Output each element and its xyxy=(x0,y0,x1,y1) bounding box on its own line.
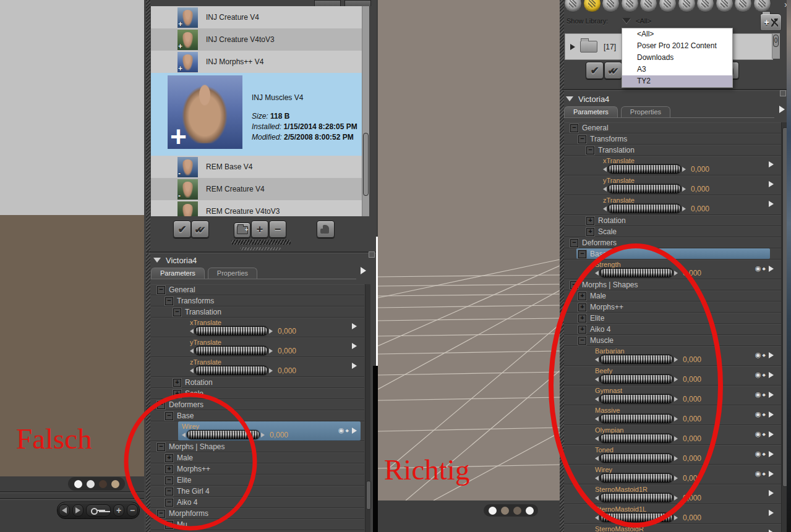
dial-value[interactable]: 0,000 xyxy=(278,327,296,336)
param-group-muscle[interactable]: −Muscle xyxy=(564,335,781,346)
key-diamond-icon[interactable]: ◆ xyxy=(763,471,766,476)
expand-arrow-icon[interactable] xyxy=(352,428,357,434)
key-diamond-icon[interactable]: ◆ xyxy=(763,392,766,397)
dial-value[interactable]: 0,000 xyxy=(683,355,701,364)
dial-value[interactable]: 0,000 xyxy=(691,165,709,174)
dial-value[interactable]: 0,000 xyxy=(683,474,701,483)
collapse-box-icon[interactable]: − xyxy=(157,510,165,518)
library-item[interactable]: - REM Creature V4toV3 xyxy=(151,200,362,216)
prev-button[interactable] xyxy=(59,504,70,517)
expand-box-icon[interactable]: + xyxy=(165,454,173,462)
panel-corner-icon[interactable] xyxy=(780,90,786,96)
param-group-transforms[interactable]: −Transforms xyxy=(564,133,781,145)
display-dot-icon[interactable] xyxy=(74,480,82,488)
collapse-box-icon[interactable]: − xyxy=(165,412,173,420)
collapse-box-icon[interactable]: − xyxy=(165,521,173,529)
library-item-selected[interactable]: + INJ Muscles V4 Size: 118 B Installed: … xyxy=(151,73,362,153)
param-group-morphforms[interactable]: −Morphforms xyxy=(151,508,364,519)
library-category-icon[interactable] xyxy=(621,0,639,12)
expand-arrow-icon[interactable] xyxy=(769,392,774,398)
remove-item-button[interactable]: − xyxy=(269,221,286,238)
dial-slider[interactable] xyxy=(600,374,673,384)
expand-arrow-icon[interactable] xyxy=(769,181,774,187)
dial-slider[interactable] xyxy=(600,454,673,463)
dial-slider[interactable] xyxy=(600,268,673,277)
collapse-box-icon[interactable]: − xyxy=(165,488,173,496)
dial-value[interactable]: 0,000 xyxy=(683,415,701,423)
collapse-box-icon[interactable]: − xyxy=(157,443,165,451)
keyframe-icon[interactable]: ◉ xyxy=(755,411,761,418)
param-group-scale[interactable]: +Scale xyxy=(564,226,781,237)
keyframe-icon[interactable]: ◉ xyxy=(755,431,761,437)
top-button-partial[interactable] xyxy=(344,0,371,6)
dial-value[interactable]: 0,000 xyxy=(683,395,701,403)
expand-arrow-icon[interactable] xyxy=(769,431,774,437)
menu-item-downloads[interactable]: Downloads xyxy=(622,52,732,64)
dial-slider[interactable] xyxy=(195,326,268,336)
param-group-aiko-4[interactable]: +Aiko 4 xyxy=(564,324,781,335)
param-group-scale[interactable]: +Scale xyxy=(151,388,364,399)
dial-slider[interactable] xyxy=(187,430,260,439)
keyframe-icon[interactable]: ◉ xyxy=(755,450,761,457)
collapse-box-icon[interactable]: − xyxy=(165,476,173,484)
param-group-rotation[interactable]: +Rotation xyxy=(151,377,364,388)
library-item[interactable]: - REM Creature V4 xyxy=(151,178,362,200)
collapse-box-icon[interactable]: − xyxy=(578,135,586,143)
expand-box-icon[interactable]: + xyxy=(586,228,594,236)
key-diamond-icon[interactable]: ◆ xyxy=(763,412,766,416)
scrollbar-thumb[interactable]: 0 xyxy=(773,35,779,47)
collapse-box-icon[interactable]: − xyxy=(578,250,586,258)
checkmark-button[interactable]: ✔ xyxy=(173,221,191,238)
library-item[interactable]: - REM Base V4 xyxy=(151,156,362,178)
add-keyframe-button[interactable]: + xyxy=(113,504,124,517)
expand-box-icon[interactable]: + xyxy=(586,217,594,225)
key-diamond-icon[interactable]: ◆ xyxy=(346,428,349,433)
param-group-general[interactable]: −General xyxy=(151,284,364,295)
collapse-box-icon[interactable]: − xyxy=(570,239,578,247)
param-group-mu[interactable]: −Mu xyxy=(151,519,364,530)
param-group-elite[interactable]: +Elite xyxy=(564,313,781,324)
library-category-icon[interactable] xyxy=(602,0,620,12)
dial-slider[interactable] xyxy=(600,394,673,403)
add-folder-button[interactable]: + xyxy=(234,222,250,238)
param-group-base[interactable]: −Base xyxy=(151,410,364,421)
remove-keyframe-button[interactable]: − xyxy=(127,504,138,517)
expand-box-icon[interactable]: + xyxy=(578,326,586,334)
library-category-icon[interactable] xyxy=(696,0,714,12)
tab-properties[interactable]: Properties xyxy=(208,268,257,279)
library-category-icon[interactable] xyxy=(753,0,771,12)
panel-grip[interactable] xyxy=(560,0,564,532)
expand-arrow-icon[interactable] xyxy=(769,372,774,378)
tab-parameters[interactable]: Parameters xyxy=(151,268,205,279)
expand-arrow-icon[interactable] xyxy=(769,161,774,167)
dial-slider[interactable] xyxy=(600,434,673,443)
keyframe-icon[interactable]: ◉ xyxy=(755,352,761,358)
collapse-box-icon[interactable]: − xyxy=(157,401,165,409)
display-dot-icon[interactable] xyxy=(501,507,509,515)
dial-slider[interactable] xyxy=(600,414,673,423)
param-group-morphs-[interactable]: +Morphs++ xyxy=(151,463,364,475)
dial-value[interactable]: 0,000 xyxy=(683,494,701,502)
display-dot-icon[interactable] xyxy=(513,507,521,515)
expand-box-icon[interactable]: + xyxy=(578,315,586,323)
expand-box-icon[interactable]: + xyxy=(173,379,181,387)
param-group-deformers[interactable]: −Deformers xyxy=(564,237,781,248)
key-diamond-icon[interactable]: ◆ xyxy=(763,373,766,377)
expand-arrow-icon[interactable] xyxy=(352,323,357,329)
library-category-icon[interactable] xyxy=(734,0,752,12)
param-group-general[interactable]: −General xyxy=(564,122,781,133)
dial-slider[interactable] xyxy=(600,473,673,483)
collapse-box-icon[interactable]: − xyxy=(165,499,173,507)
splitter-handle[interactable] xyxy=(231,240,291,245)
expand-arrow-icon[interactable] xyxy=(570,44,575,50)
add-runtime-button[interactable]: + xyxy=(760,14,782,31)
param-group-morphs-[interactable]: +Morphs++ xyxy=(564,302,781,313)
param-group-the-girl-4[interactable]: −The Girl 4 xyxy=(151,486,364,497)
dial-value[interactable]: 0,000 xyxy=(683,513,701,522)
dropdown-arrow-icon[interactable] xyxy=(622,18,631,23)
keyframe-icon[interactable]: ◉ xyxy=(338,427,344,434)
parameters-scrollbar[interactable] xyxy=(365,284,370,532)
collapse-triangle-icon[interactable] xyxy=(153,258,161,263)
library-category-icon[interactable] xyxy=(639,0,657,12)
dial-value[interactable]: 0,000 xyxy=(683,454,701,463)
